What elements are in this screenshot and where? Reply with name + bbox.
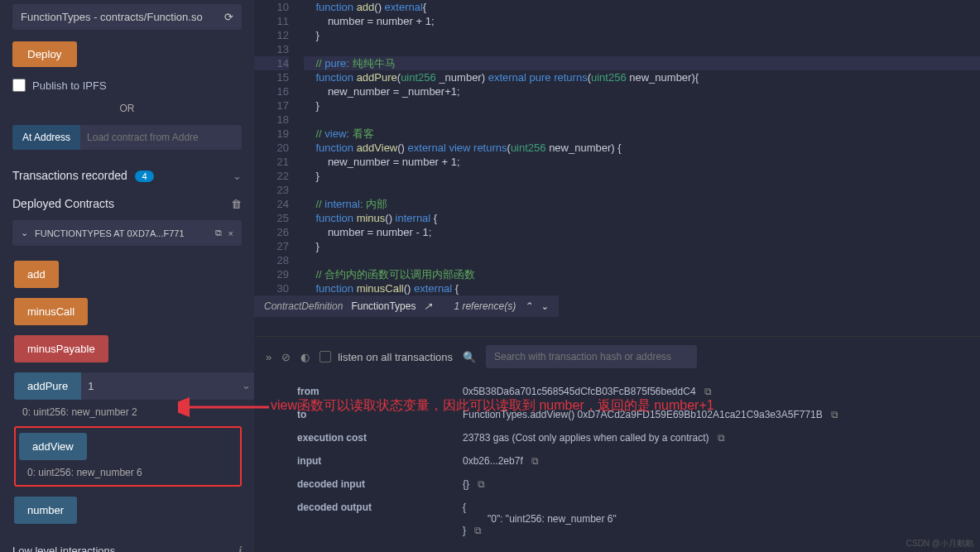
low-level-header: Low level interactions i [12, 535, 242, 552]
chevron-up-icon[interactable]: ⌃ [524, 300, 532, 312]
line-gutter: 1011121314151617181920212223242526272829… [254, 0, 304, 295]
copy-icon[interactable]: ⧉ [531, 455, 539, 467]
fn-number-button[interactable]: number [14, 497, 77, 524]
decin-value: {} [463, 478, 469, 490]
decin-label: decoded input [294, 473, 459, 496]
breadcrumb: ContractDefinition FunctionTypes ↗ 1 ref… [254, 295, 559, 317]
fn-addview-button[interactable]: addView [19, 433, 87, 460]
fn-minuscall-button[interactable]: minusCall [14, 298, 88, 325]
tx-recorded-header[interactable]: Transactions recorded 4 ⌄ [12, 162, 242, 190]
copy-icon[interactable]: ⧉ [718, 432, 725, 444]
copy-icon[interactable]: ⧉ [831, 409, 838, 420]
address-input[interactable] [80, 125, 242, 150]
sync-icon[interactable]: ⟳ [224, 11, 233, 23]
info-icon[interactable]: i [238, 544, 242, 552]
copy-icon[interactable]: ⧉ [474, 525, 482, 536]
crumb-name: FunctionTypes [351, 300, 416, 312]
annotation-text: view函数可以读取状态变量，因此可以读取到 number，返回的是 numbe… [271, 397, 714, 415]
deploy-button[interactable]: Deploy [12, 41, 77, 67]
execcost-label: execution cost [294, 426, 459, 449]
from-value: 0x5B38Da6a701c568545dCfcB03FcB875f56bedd… [463, 386, 696, 397]
copy-icon[interactable]: ⧉ [215, 228, 222, 238]
table-row: decoded input{}⧉ [294, 473, 940, 496]
fn-minuspayable-button[interactable]: minusPayable [14, 335, 108, 362]
crumb-refs: 1 reference(s) [454, 300, 516, 312]
table-row: input0xb26...2eb7f⧉ [294, 449, 940, 473]
fn-addpure-button[interactable]: addPure [14, 372, 81, 400]
at-address-button[interactable]: At Address [12, 125, 80, 150]
search-icon[interactable]: 🔍 [463, 351, 476, 363]
fn-add-button[interactable]: add [14, 261, 59, 288]
addview-return: 0: uint256: new_number 6 [19, 467, 237, 478]
collapse-icon[interactable]: » [266, 351, 271, 363]
console: » ⊘ ◐ listen on all transactions 🔍 from0… [254, 336, 980, 552]
clear-icon[interactable]: ⊘ [281, 351, 291, 363]
code-lines: function add() external{ number = number… [304, 0, 980, 295]
listen-label: listen on all transactions [338, 351, 453, 363]
sidebar: FunctionTypes - contracts/Function.so ⟳ … [0, 0, 254, 552]
console-search-input[interactable] [486, 345, 697, 368]
annotation-arrow [178, 396, 273, 419]
trash-icon[interactable]: 🗑 [231, 198, 242, 210]
contract-selector-label: FunctionTypes - contracts/Function.so [21, 11, 203, 23]
chevron-down-icon: ⌄ [233, 170, 242, 182]
table-row: decoded output{ "0": "uint256: new_numbe… [294, 496, 940, 542]
decout-value: { "0": "uint256: new_number 6" } [463, 502, 617, 536]
table-row: execution cost23783 gas (Cost only appli… [294, 426, 940, 449]
chevron-down-icon[interactable]: ⌄ [540, 300, 549, 312]
close-icon[interactable]: × [228, 228, 233, 238]
highlight-box: addView 0: uint256: new_number 6 [14, 426, 242, 487]
decout-label: decoded output [294, 496, 459, 542]
tx-recorded-label: Transactions recorded [12, 169, 127, 182]
or-divider: OR [12, 103, 242, 114]
input-label: input [294, 449, 459, 473]
watermark: CSDN @小月鹅鹅 [906, 538, 973, 550]
contract-instance[interactable]: ⌄ FUNCTIONTYPES AT 0XD7A...F771 ⧉ × [12, 220, 242, 246]
input-value: 0xb26...2eb7f [463, 455, 523, 467]
function-list: add minusCall minusPayable addPure ⌄ 0: … [12, 246, 242, 535]
chevron-down-icon: ⌄ [21, 228, 28, 238]
pending-icon[interactable]: ◐ [300, 351, 310, 363]
code-editor[interactable]: 1011121314151617181920212223242526272829… [254, 0, 980, 336]
tx-count-badge: 4 [135, 170, 153, 182]
publish-ipfs-label: Publish to IPFS [32, 79, 107, 92]
contract-instance-name: FUNCTIONTYPES AT 0XD7A...F771 [35, 228, 209, 238]
crumb-type: ContractDefinition [264, 300, 343, 312]
deployed-contracts-label: Deployed Contracts [12, 197, 114, 210]
execcost-value: 23783 gas (Cost only applies when called… [463, 432, 709, 444]
copy-icon[interactable]: ⧉ [478, 478, 485, 490]
contract-selector[interactable]: FunctionTypes - contracts/Function.so ⟳ [12, 4, 242, 30]
goto-icon[interactable]: ↗ [424, 300, 432, 312]
publish-ipfs-checkbox[interactable] [12, 79, 26, 92]
copy-icon[interactable]: ⧉ [704, 386, 712, 397]
listen-checkbox[interactable] [319, 351, 331, 362]
